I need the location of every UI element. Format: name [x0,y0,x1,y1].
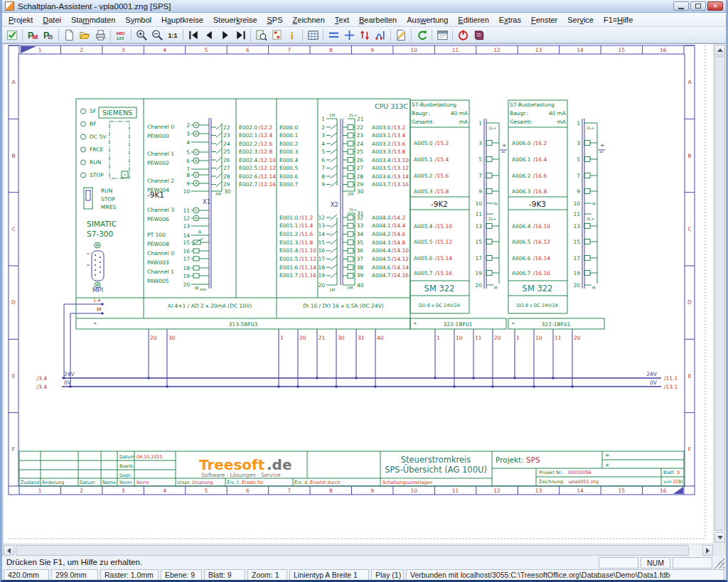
menu-item-bearbeiten[interactable]: Bearbeiten [354,14,402,26]
meta-value: 04.10.2011 [136,454,163,460]
ruler-col-top: 14 [577,47,584,53]
replace-symbols-button[interactable] [269,28,284,43]
io-ref: /15.16 [435,270,452,276]
schematic-line [331,166,337,171]
schematic-text: V [195,123,198,127]
scroll-left-button[interactable] [4,545,14,556]
schematic-rect [193,257,199,261]
project-pm-button[interactable]: PM [25,28,41,43]
menu-item-text[interactable]: Text [330,14,354,26]
table-view-button[interactable] [305,28,321,43]
text-numbering-button[interactable]: ABC123 [113,28,129,43]
terminal-number: 13 [475,223,482,230]
properties-button[interactable] [434,28,450,43]
scroll-down-button[interactable] [714,532,725,543]
zoom-out-button[interactable] [149,28,165,43]
menu-item-datei[interactable]: Datei [38,14,66,26]
io-address: A006.6 [512,255,531,262]
menu-item-zeichnen[interactable]: Zeichnen [288,14,330,26]
status-field-1: 299.0mm [51,569,98,581]
schematic-text: Gesamt: [412,119,434,125]
status-message: Drücken Sie F1, um Hilfe zu erhalten. [4,557,596,568]
scroll-right-button[interactable] [702,545,713,556]
menu-item-editieren[interactable]: Editieren [453,14,493,26]
confirm-button[interactable] [4,28,20,43]
led-label: FRCE [90,146,103,153]
schematic-rect [348,215,353,220]
horizontal-scrollbar[interactable] [4,544,713,556]
horizontal-scroll-thumb[interactable] [16,545,689,556]
drawing-canvas[interactable]: 1122334455667788991010111112121313141415… [4,44,713,544]
junction-dot [63,377,65,379]
terminal-number: 17 [475,255,482,262]
scroll-up-button[interactable] [714,45,725,55]
help-book-button[interactable] [471,28,486,43]
device-designator: -9K2 [431,200,448,208]
terminal-number: 12 [183,215,190,222]
status-scrl-cell [673,557,712,568]
minimize-button[interactable] [673,1,689,11]
schematic-line [216,173,222,178]
io-address: A003.3 [372,149,391,155]
terminal-number: 10 [475,200,482,207]
module-type: 322-1BF01 [542,321,571,328]
go-last-icon [234,28,247,42]
menu-item-auswertung[interactable]: Auswertung [402,14,453,26]
maximize-button[interactable] [690,1,706,11]
io-address: A004.5 [372,256,391,262]
io-address: A003.7 [372,181,391,188]
schematic-text: 32 [357,215,364,221]
search-symbols-button[interactable] [253,28,269,43]
menu-item-extras[interactable]: Extras [494,14,526,26]
menu-item-projekt[interactable]: Projekt [4,14,38,26]
menu-item-service[interactable]: Service [562,14,599,26]
crosshair-button[interactable] [341,28,357,43]
go-previous-button[interactable] [201,28,217,43]
schematic-text: A [195,158,198,163]
menu-item-sps[interactable]: SPS [262,14,288,26]
new-document-button[interactable] [61,28,77,43]
ruler-col-bottom: 9 [370,487,374,494]
zoom-in-button[interactable] [134,28,149,43]
project-pb-button[interactable]: PB [41,28,56,43]
io-ref: /15.2 [435,140,449,146]
potential-arrows-icon [358,28,372,42]
menu-item-hauptkreise[interactable]: Hauptkreise [156,14,208,26]
undo-button[interactable] [414,28,429,43]
potential-arrows-button[interactable] [357,28,373,43]
schematic-rect [486,157,492,162]
go-first-button[interactable] [186,28,201,43]
print-button[interactable] [92,28,108,43]
schematic-text: 39 [357,272,364,279]
toolbar-separator [110,29,111,41]
schematic-text: 22 [357,124,364,131]
exit-button[interactable] [455,28,471,43]
menu-item-symbol[interactable]: Symbol [120,14,156,26]
window-buttons: ✕ [673,1,723,11]
go-last-button[interactable] [232,28,248,43]
go-next-button[interactable] [217,28,232,43]
titleblock-header: Datum [80,480,95,485]
menu-item-stammdaten[interactable]: Stammdaten [66,14,120,26]
curve-tool-button[interactable] [373,28,388,43]
mpi-label: MPI [92,286,103,293]
io-address: A005.4 [414,223,433,230]
menu-item-f1-hilfe[interactable]: F1=Hilfe [599,14,638,26]
vertical-scrollbar[interactable] [713,44,726,544]
open-document-button[interactable] [77,28,92,43]
ruler-col-bottom: 15 [619,487,626,494]
menu-item-fenster[interactable]: Fenster [526,14,562,26]
info-button[interactable]: i [284,28,300,43]
line-style-button[interactable] [326,28,341,43]
sheet-edit-button[interactable] [393,28,409,43]
menu-item-steuerkreise[interactable]: Steuerkreise [208,14,262,26]
schematic-rect [348,265,353,270]
zoom-1to1-button[interactable]: 1:1 [165,28,181,43]
close-button[interactable]: ✕ [707,1,723,11]
rail-ref: /13.1 [664,384,678,390]
terminal-number: 6 [186,158,190,164]
vertical-scroll-thumb[interactable] [714,56,725,531]
ruler-col-bottom: 6 [246,487,250,494]
io-address: E002.2 [239,141,257,147]
resize-grip[interactable] [714,557,724,568]
